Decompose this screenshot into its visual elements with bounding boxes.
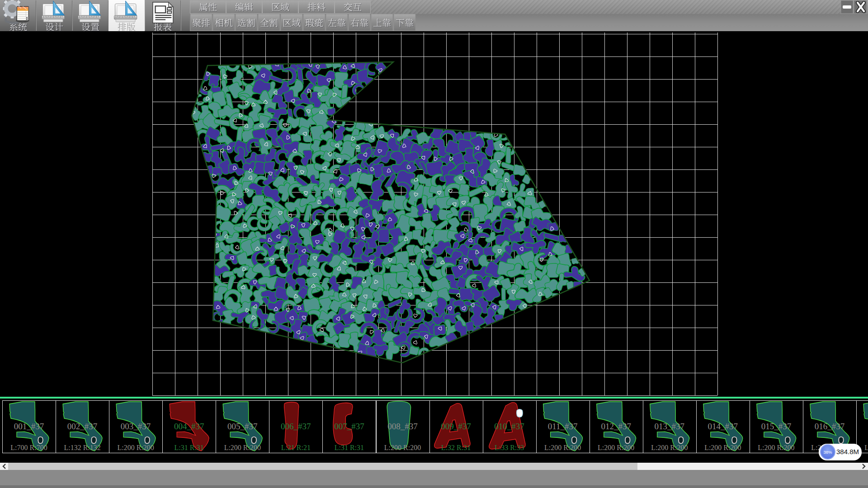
svg-text:013_#37: 013_#37 [655, 422, 685, 431]
svg-text:001_#37: 001_#37 [14, 422, 44, 431]
svg-text:L:31 R:31: L:31 R:31 [175, 444, 204, 451]
svg-text:L:31 R:31: L:31 R:31 [335, 444, 364, 451]
svg-text:016_#37: 016_#37 [815, 422, 845, 431]
svg-text:L:132 R:132: L:132 R:132 [64, 444, 100, 451]
svg-text:L:700 R:700: L:700 R:700 [10, 444, 47, 451]
svg-text:002_#37: 002_#37 [67, 422, 98, 431]
svg-text:007_#37: 007_#37 [334, 422, 364, 431]
svg-text:014_#37: 014_#37 [708, 422, 738, 431]
svg-text:L:200 R:200: L:200 R:200 [704, 444, 741, 451]
svg-text:L:200 R:200: L:200 R:200 [758, 444, 794, 451]
svg-text:011_#37: 011_#37 [548, 422, 578, 431]
svg-text:38%: 38% [823, 450, 832, 455]
svg-text:006_#37: 006_#37 [281, 422, 311, 431]
svg-text:L:200 R:200: L:200 R:200 [598, 444, 634, 451]
svg-text:384.8M: 384.8M [836, 448, 859, 455]
svg-text:L:200 R:200: L:200 R:200 [117, 444, 154, 451]
svg-text:004_#37: 004_#37 [174, 422, 204, 431]
svg-text:010_#37: 010_#37 [494, 422, 524, 431]
svg-text:003_#37: 003_#37 [121, 422, 151, 431]
svg-text:L:200 R:200: L:200 R:200 [224, 444, 261, 451]
svg-text:L:33 R:33: L:33 R:33 [495, 444, 524, 451]
svg-text:L:200 R:200: L:200 R:200 [864, 444, 868, 451]
svg-text:L:32 R:31: L:32 R:31 [441, 444, 471, 451]
svg-text:009_#37: 009_#37 [441, 422, 471, 431]
svg-text:012_#37: 012_#37 [601, 422, 631, 431]
svg-text:015_#37: 015_#37 [761, 422, 792, 431]
svg-text:008_#37: 008_#37 [387, 422, 418, 431]
svg-text:005_#37: 005_#37 [227, 422, 258, 431]
svg-text:L:200 R:200: L:200 R:200 [544, 444, 581, 451]
svg-text:L:200 R:200: L:200 R:200 [651, 444, 688, 451]
svg-text:L:21 R:21: L:21 R:21 [281, 444, 311, 451]
svg-text:L:200 R:200: L:200 R:200 [384, 444, 421, 451]
